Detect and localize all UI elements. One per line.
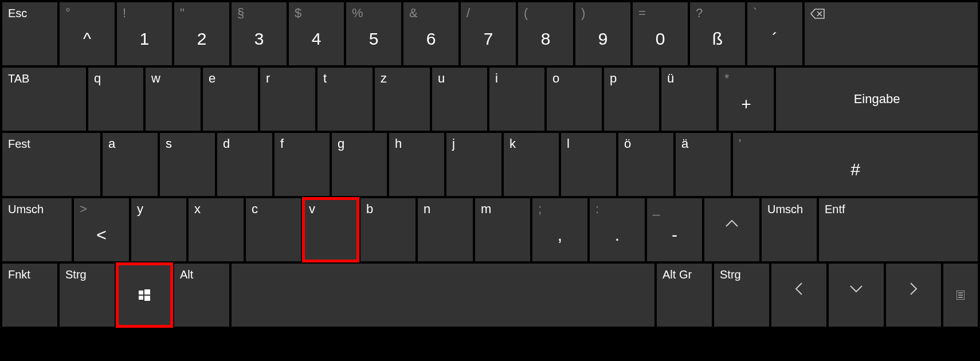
key-ctrl-left[interactable]: Strg <box>60 264 115 327</box>
key-shift-label: > <box>80 202 87 217</box>
key-plus[interactable]: *+ <box>719 68 774 131</box>
key-n[interactable]: n <box>418 198 473 261</box>
key-r[interactable]: r <box>260 68 315 131</box>
key-main-label: ß <box>712 29 723 49</box>
key-label: l <box>567 136 570 151</box>
key-i[interactable]: i <box>489 68 544 131</box>
key-label: s <box>166 136 172 151</box>
key-label: v <box>309 202 315 217</box>
key-angle[interactable]: >< <box>74 198 129 261</box>
key-windows[interactable] <box>117 264 172 327</box>
key-w[interactable]: w <box>146 68 201 131</box>
key-h[interactable]: h <box>389 133 444 196</box>
key-d[interactable]: d <box>217 133 272 196</box>
key-enter[interactable]: Eingabe <box>776 68 978 131</box>
key-main-label: 5 <box>369 29 379 49</box>
key-capslock[interactable]: Fest <box>2 133 100 196</box>
windows-icon <box>139 289 150 301</box>
key-main-label: 7 <box>484 29 493 49</box>
key-main-label: ^ <box>83 29 91 49</box>
key-hash[interactable]: '# <box>733 133 978 196</box>
key-label: q <box>94 71 101 86</box>
key-1[interactable]: !1 <box>117 2 172 65</box>
key-arrow-right[interactable] <box>886 264 941 327</box>
key-ctrl-right[interactable]: Strg <box>714 264 769 327</box>
key-fn[interactable]: Fnkt <box>2 264 57 327</box>
key-m[interactable]: m <box>475 198 530 261</box>
key-label: Umsch <box>8 203 44 216</box>
key-u[interactable]: u <box>432 68 487 131</box>
key-main-label: , <box>558 225 562 245</box>
key-arrow-down[interactable] <box>829 264 884 327</box>
key-label: Strg <box>65 268 87 281</box>
key-space[interactable] <box>232 264 654 327</box>
key-9[interactable]: )9 <box>575 2 630 65</box>
key-label: Alt <box>180 268 193 281</box>
key-6[interactable]: &6 <box>403 2 458 65</box>
key-b[interactable]: b <box>360 198 415 261</box>
key-q[interactable]: q <box>88 68 143 131</box>
key-sharp-s[interactable]: ?ß <box>690 2 745 65</box>
key-8[interactable]: (8 <box>518 2 573 65</box>
key-2[interactable]: "2 <box>174 2 229 65</box>
key-backspace[interactable] <box>805 2 978 65</box>
key-arrow-left[interactable] <box>771 264 826 327</box>
key-label: k <box>509 136 516 151</box>
key-3[interactable]: §3 <box>232 2 287 65</box>
key-label: i <box>495 71 498 86</box>
key-shift-label: * <box>724 71 730 86</box>
key-circumflex[interactable]: °^ <box>60 2 115 65</box>
key-shift-label: ! <box>123 6 126 21</box>
key-shift-label: % <box>352 6 363 21</box>
key-period[interactable]: :. <box>590 198 645 261</box>
key-a[interactable]: a <box>103 133 158 196</box>
key-k[interactable]: k <box>504 133 559 196</box>
key-y[interactable]: y <box>131 198 186 261</box>
key-main-label: 6 <box>426 29 436 49</box>
key-5[interactable]: %5 <box>346 2 401 65</box>
key-comma[interactable]: ;, <box>532 198 587 261</box>
key-shift-label: _ <box>653 202 660 217</box>
key-4[interactable]: $4 <box>289 2 344 65</box>
key-g[interactable]: g <box>332 133 387 196</box>
key-tab[interactable]: TAB <box>2 68 86 131</box>
key-main-label: < <box>96 225 107 245</box>
key-shift-left[interactable]: Umsch <box>2 198 72 261</box>
key-v[interactable]: v <box>303 198 358 261</box>
key-ae[interactable]: ä <box>676 133 731 196</box>
key-shift-label: ( <box>524 6 528 21</box>
key-z[interactable]: z <box>375 68 430 131</box>
svg-rect-2 <box>139 296 143 300</box>
key-label: u <box>438 71 445 86</box>
key-arrow-up[interactable] <box>704 198 759 261</box>
key-f[interactable]: f <box>275 133 330 196</box>
key-t[interactable]: t <box>317 68 373 131</box>
key-main-label: 8 <box>541 29 551 49</box>
key-c[interactable]: c <box>246 198 301 261</box>
key-x[interactable]: x <box>189 198 244 261</box>
key-alt-left[interactable]: Alt <box>174 264 229 327</box>
key-menu[interactable] <box>943 264 978 327</box>
key-oe[interactable]: ö <box>618 133 673 196</box>
key-shift-label: ; <box>538 202 542 217</box>
key-altgr[interactable]: Alt Gr <box>657 264 712 327</box>
key-0[interactable]: =0 <box>633 2 688 65</box>
key-delete[interactable]: Entf <box>819 198 978 261</box>
key-p[interactable]: p <box>604 68 659 131</box>
key-acute[interactable]: `´ <box>747 2 802 65</box>
key-minus[interactable]: _- <box>647 198 702 261</box>
key-l[interactable]: l <box>561 133 616 196</box>
keyboard-row-1: TAB q w e r t z u i o p ü *+ Eingabe <box>2 68 978 131</box>
key-ue[interactable]: ü <box>661 68 716 131</box>
key-j[interactable]: j <box>446 133 501 196</box>
chevron-down-icon <box>848 284 864 294</box>
key-shift-label: $ <box>295 6 301 21</box>
key-s[interactable]: s <box>160 133 215 196</box>
key-label: m <box>481 202 491 217</box>
key-o[interactable]: o <box>547 68 602 131</box>
key-main-label: + <box>741 95 751 114</box>
key-e[interactable]: e <box>203 68 258 131</box>
key-esc[interactable]: Esc <box>2 2 57 65</box>
key-shift-right[interactable]: Umsch <box>762 198 817 261</box>
key-7[interactable]: /7 <box>461 2 516 65</box>
